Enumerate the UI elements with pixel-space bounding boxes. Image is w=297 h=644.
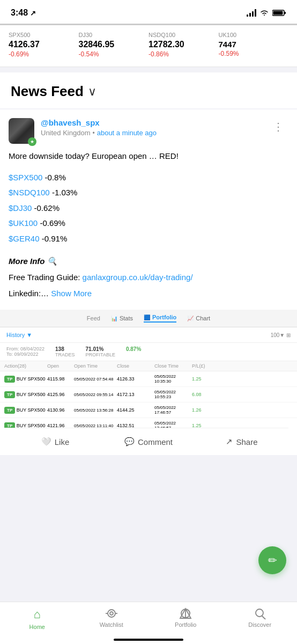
nav-discover[interactable]: Discover [223, 602, 298, 633]
stock-change-nsdq100: -1.03% [50, 188, 78, 197]
history-label[interactable]: History ▼ [6, 332, 32, 338]
post-header: ★ @bhavesh_spx United Kingdom • about a … [9, 118, 288, 144]
like-label: Like [55, 437, 70, 447]
signal-bar-4 [255, 9, 256, 17]
status-time: 3:48 ↗ [11, 8, 36, 18]
svg-line-9 [262, 616, 265, 619]
post-more-info: More Info 🔍 [9, 255, 288, 268]
more-info-label: More Info 🔍 [9, 257, 57, 266]
dot-separator: • [93, 129, 95, 137]
status-bar: 3:48 ↗ [0, 0, 297, 24]
table-row: TP BUY SPX500 4130.96 05/05/2022 13:56:2… [0, 402, 297, 418]
nav-watchlist[interactable]: Watchlist [75, 602, 149, 633]
signal-bars [247, 9, 256, 17]
table-row: TP BUY SPX500 4125.96 05/05/2022 09:55:1… [0, 387, 297, 402]
svg-point-3 [108, 610, 115, 617]
stock-change-dj30: -0.62% [32, 203, 60, 213]
nav-home-label: Home [29, 624, 45, 630]
signal-bar-3 [252, 11, 254, 17]
nav-home[interactable]: ⌂ Home [0, 602, 75, 633]
page-wrapper: 3:48 ↗ SPX500 [0, 0, 297, 644]
stock-line-4: $GER40 -0.91% [9, 231, 288, 247]
svg-rect-1 [284, 12, 286, 14]
post-location: United Kingdom [41, 129, 91, 137]
portfolio-stat-trades: 138 TRADES [55, 346, 75, 357]
stock-tag-dj30[interactable]: $DJ30 [9, 203, 32, 213]
post-text: More downside today? European open … RED… [9, 150, 288, 163]
nav-portfolio[interactable]: Portfolio [148, 602, 223, 633]
fab-compose-button[interactable]: ✏ [258, 546, 286, 574]
post-time: about a minute ago [97, 129, 157, 137]
linkedin-prefix: Linkedin:… [9, 289, 51, 298]
ticker-spx500: SPX500 4126.37 -0.69% [9, 32, 79, 58]
bottom-nav: ⌂ Home Watchlist Portfolio [0, 602, 297, 644]
share-label: Share [236, 437, 257, 447]
location-icon: ↗ [30, 9, 36, 17]
post-linkedin: Linkedin:… Show More [9, 287, 288, 300]
portfolio-header-row: History ▼ 100▼ ⊞ [0, 327, 297, 343]
portfolio-stat-date: From: 08/04/2022 To: 09/09/2022 [6, 346, 44, 357]
home-icon: ⌂ [34, 608, 41, 621]
portfolio-nav-stats: 📊 Stats [111, 315, 133, 321]
post-card: ★ @bhavesh_spx United Kingdom • about a … [0, 109, 297, 455]
post-trading-guide: Free Trading Guide: ganlaxgroup.co.uk/da… [9, 271, 288, 284]
post-location-time: United Kingdom • about a minute ago [41, 129, 157, 137]
stock-line-1: $NSDQ100 -1.03% [9, 185, 288, 201]
table-header: Action(28) Open Open Time Close Close Ti… [0, 361, 297, 371]
discover-icon [254, 608, 266, 619]
news-feed-header[interactable]: News Feed ∨ [0, 72, 297, 108]
comment-icon: 💬 [124, 437, 135, 447]
table-row: TP BUY SPX500 4115.98 05/05/2022 07:54:4… [0, 371, 297, 387]
nav-discover-label: Discover [248, 621, 271, 628]
stock-line-2: $DJ30 -0.62% [9, 201, 288, 216]
post-user-info: ★ @bhavesh_spx United Kingdom • about a … [9, 118, 157, 144]
like-button[interactable]: 🤍 Like [9, 430, 102, 453]
post-meta: @bhavesh_spx United Kingdom • about a mi… [41, 118, 157, 137]
table-row: TP BUY SPX500 4121.96 05/05/2022 13:11:4… [0, 418, 297, 428]
portfolio-nav: Feed 📊 Stats 🟦 Portfolio 📈 Chart [0, 310, 297, 327]
compose-icon: ✏ [268, 554, 277, 567]
ticker-uk100: UK100 7447 -0.59% [219, 32, 289, 58]
portfolio-stats-row: From: 08/04/2022 To: 09/09/2022 138 TRAD… [0, 343, 297, 361]
nav-portfolio-label: Portfolio [175, 621, 196, 628]
signal-bar-1 [247, 14, 248, 17]
svg-point-4 [110, 612, 113, 615]
watchlist-icon [105, 608, 118, 619]
time-display: 3:48 [11, 8, 28, 18]
stock-line-0: $SPX500 -0.8% [9, 170, 288, 186]
portfolio-nav-feed: Feed [87, 315, 100, 321]
news-feed-title: News Feed [11, 83, 84, 100]
ticker-nsdq100: NSDQ100 12782.30 -0.86% [148, 32, 219, 58]
stock-tag-uk100[interactable]: $UK100 [9, 218, 38, 228]
more-options-button[interactable]: ⋮ [269, 118, 288, 135]
status-icons [247, 9, 286, 17]
post-username[interactable]: @bhavesh_spx [41, 118, 157, 127]
stock-change-uk100: -0.69% [38, 218, 65, 228]
comment-button[interactable]: 💬 Comment [102, 430, 195, 453]
post-actions: 🤍 Like 💬 Comment ↗ Share [9, 428, 288, 455]
portfolio-controls: 100▼ ⊞ [271, 332, 291, 338]
stock-change-ger40: -0.91% [40, 234, 68, 243]
stock-line-3: $UK100 -0.69% [9, 216, 288, 231]
share-button[interactable]: ↗ Share [195, 430, 288, 453]
chevron-down-icon[interactable]: ∨ [88, 85, 96, 99]
stock-tag-ger40[interactable]: $GER40 [9, 234, 40, 243]
signal-bar-2 [249, 13, 251, 17]
show-more-link[interactable]: Show More [51, 289, 92, 298]
portfolio-screenshot: Feed 📊 Stats 🟦 Portfolio 📈 Chart [0, 310, 297, 428]
star-badge: ★ [28, 137, 36, 146]
svg-point-8 [256, 609, 263, 617]
stock-tag-nsdq100[interactable]: $NSDQ100 [9, 188, 50, 197]
trading-guide-link[interactable]: ganlaxgroup.co.uk/day-trading/ [83, 273, 193, 282]
comment-label: Comment [138, 437, 173, 447]
ticker-strip: SPX500 4126.37 -0.69% DJ30 32846.95 -0.5… [0, 25, 297, 67]
trading-guide-prefix: Free Trading Guide: [9, 273, 83, 282]
stock-change-spx500: -0.8% [42, 173, 65, 182]
avatar-container: ★ [9, 118, 34, 144]
post-image: Feed 📊 Stats 🟦 Portfolio 📈 Chart [0, 310, 297, 428]
stock-tickers: $SPX500 -0.8% $NSDQ100 -1.03% $DJ30 -0.6… [9, 170, 288, 247]
portfolio-nav-portfolio: 🟦 Portfolio [144, 314, 176, 323]
stock-tag-spx500[interactable]: $SPX500 [9, 173, 42, 182]
portfolio-stat-return: 0.87% [126, 346, 141, 357]
ticker-dj30: DJ30 32846.95 -0.54% [79, 32, 149, 58]
